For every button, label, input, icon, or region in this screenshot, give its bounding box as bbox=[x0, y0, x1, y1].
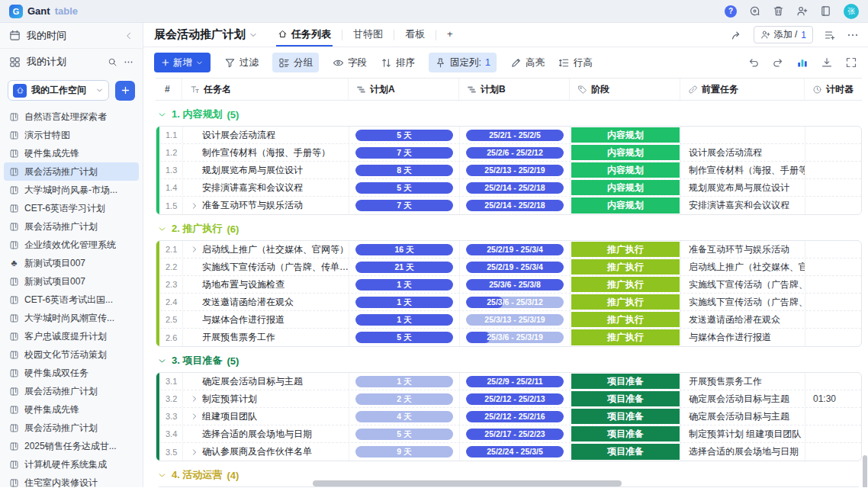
plan-b-cell[interactable]: 25/2/6 - 25/2/12 bbox=[459, 144, 570, 161]
plan-a-bar[interactable]: 5 天 bbox=[355, 182, 453, 194]
group-header[interactable]: 1. 内容规划 (5) bbox=[157, 108, 862, 121]
stage-cell[interactable]: 项目准备 bbox=[570, 373, 680, 390]
predecessor-cell[interactable]: 安排演讲嘉宾和会议议程 bbox=[680, 197, 805, 214]
timer-cell[interactable] bbox=[805, 258, 861, 275]
predecessor-cell[interactable]: 发送邀请函给潜在观众 bbox=[680, 311, 805, 328]
stage-cell[interactable]: 推广执行 bbox=[570, 241, 680, 258]
sidebar-project-item[interactable]: 企业绩效优化管理系统 bbox=[4, 236, 139, 254]
plan-a-cell[interactable]: 1 天 bbox=[349, 294, 459, 310]
stage-badge[interactable]: 推广执行 bbox=[571, 312, 680, 327]
tab-gantt[interactable]: 甘特图 bbox=[352, 23, 384, 47]
sidebar-my-plan[interactable]: 我的计划 bbox=[0, 49, 143, 75]
table-row[interactable]: 1.1 设计展会活动流程 5 天 25/2/1 - 25/2/5 内容规划 bbox=[156, 127, 861, 144]
plan-a-bar[interactable]: 5 天 bbox=[355, 429, 453, 440]
sidebar-project-item[interactable]: 展会活动推广计划 bbox=[4, 382, 139, 400]
add-view-button[interactable]: + bbox=[445, 23, 455, 47]
plan-b-bar[interactable]: 25/2/6 - 25/2/12 bbox=[466, 147, 564, 159]
plan-b-cell[interactable]: 25/2/14 - 25/2/18 bbox=[459, 179, 570, 196]
stage-badge[interactable]: 推广执行 bbox=[571, 329, 680, 345]
stage-badge[interactable]: 项目准备 bbox=[571, 374, 680, 389]
stage-cell[interactable]: 项目准备 bbox=[570, 443, 680, 461]
avatar[interactable]: 张 bbox=[844, 4, 859, 19]
expand-icon[interactable] bbox=[191, 448, 198, 456]
table-row[interactable]: 2.3 场地布置与设施检查 1 天 25/3/6 - 25/3/8 推广执行 实… bbox=[156, 276, 861, 294]
group-header[interactable]: 2. 推广执行 (6) bbox=[157, 222, 862, 236]
task-name-cell[interactable]: 规划展览布局与展位设计 bbox=[182, 162, 349, 178]
plan-a-bar[interactable]: 5 天 bbox=[355, 332, 453, 343]
plan-a-bar[interactable]: 2 天 bbox=[355, 393, 453, 405]
stage-badge[interactable]: 内容规划 bbox=[571, 197, 680, 214]
table-row[interactable]: 3.3 组建项目团队 4 天 25/2/12 - 25/2/16 项目准备 确定… bbox=[156, 408, 861, 425]
plan-a-cell[interactable]: 16 天 bbox=[349, 241, 459, 258]
row-height-button[interactable]: 行高 bbox=[558, 56, 593, 69]
timer-cell[interactable] bbox=[805, 311, 861, 328]
plan-a-bar[interactable]: 8 天 bbox=[355, 165, 453, 176]
stage-badge[interactable]: 推广执行 bbox=[571, 294, 680, 310]
plan-a-cell[interactable]: 1 天 bbox=[349, 276, 459, 293]
collapse-group-icon[interactable] bbox=[157, 470, 167, 480]
stage-cell[interactable]: 内容规划 bbox=[570, 179, 680, 196]
plan-b-bar[interactable]: 25/2/14 - 25/2/18 bbox=[466, 200, 564, 211]
table-row[interactable]: 2.2 实施线下宣传活动（广告牌、传单等） 21 天 25/2/19 - 25/… bbox=[156, 258, 861, 276]
task-name-cell[interactable]: 选择合适的展会场地与日期 bbox=[182, 425, 349, 442]
stage-badge[interactable]: 内容规划 bbox=[571, 127, 680, 143]
predecessor-cell[interactable]: 实施线下宣传活动（广告牌、传单等） bbox=[680, 294, 805, 310]
highlight-button[interactable]: 高亮 bbox=[510, 56, 545, 69]
new-task-button[interactable]: 新增 bbox=[154, 53, 211, 72]
download-icon[interactable] bbox=[821, 56, 833, 69]
sidebar-project-item[interactable]: CET-6英语考试出国... bbox=[4, 291, 139, 309]
sidebar-my-time[interactable]: 我的时间 bbox=[0, 23, 143, 49]
sidebar-project-item[interactable]: 硬件集成双任务 bbox=[4, 364, 139, 382]
plan-b-bar[interactable]: 25/2/14 - 25/2/18 bbox=[466, 182, 564, 194]
table-row[interactable]: 2.1 启动线上推广（社交媒体、官网等） 16 天 25/2/19 - 25/3… bbox=[156, 241, 861, 258]
timer-cell[interactable] bbox=[805, 329, 861, 346]
timer-cell[interactable] bbox=[805, 294, 861, 310]
stage-badge[interactable]: 推广执行 bbox=[571, 242, 680, 257]
share-icon[interactable] bbox=[731, 29, 743, 41]
page-title[interactable]: 展会活动推广计划 bbox=[154, 27, 258, 42]
plan-a-bar[interactable]: 16 天 bbox=[355, 244, 453, 255]
table-row[interactable]: 3.5 确认参展商及合作伙伴名单 9 天 25/2/24 - 25/3/5 项目… bbox=[156, 443, 861, 461]
timer-cell[interactable]: 01:30 bbox=[805, 390, 861, 407]
column-header[interactable]: 计时器 bbox=[804, 79, 862, 100]
group-header[interactable]: 3. 项目准备 (5) bbox=[157, 354, 862, 368]
task-name-cell[interactable]: 实施线下宣传活动（广告牌、传单等） bbox=[182, 258, 349, 275]
plan-b-bar[interactable]: 25/2/12 - 25/2/13 bbox=[466, 393, 564, 405]
plan-a-bar[interactable]: 1 天 bbox=[355, 279, 453, 291]
stage-cell[interactable]: 推广执行 bbox=[570, 329, 680, 346]
plan-a-bar[interactable]: 21 天 bbox=[355, 262, 453, 273]
sidebar-project-item[interactable]: 校园文化节活动策划 bbox=[4, 345, 139, 364]
column-header[interactable]: 任务名 bbox=[182, 79, 348, 100]
plan-a-bar[interactable]: 9 天 bbox=[355, 446, 453, 458]
workspace-selector[interactable]: 我的工作空间 bbox=[8, 80, 109, 101]
table-row[interactable]: 1.2 制作宣传材料（海报、手册等） 7 天 25/2/6 - 25/2/12 … bbox=[156, 144, 861, 162]
invite-user-icon[interactable] bbox=[796, 5, 808, 17]
more-icon[interactable] bbox=[124, 57, 133, 67]
task-name-cell[interactable]: 开展预售票务工作 bbox=[182, 329, 349, 346]
sidebar-project-item[interactable]: CET-6英语学习计划 bbox=[4, 199, 139, 217]
column-header[interactable]: 前置任务 bbox=[680, 79, 804, 100]
sidebar-project-item[interactable]: 大学城时尚风潮宣传... bbox=[4, 309, 139, 327]
vertical-scrollbar[interactable] bbox=[863, 455, 867, 487]
tab-kanban[interactable]: 看板 bbox=[403, 23, 426, 47]
task-name-cell[interactable]: 设计展会活动流程 bbox=[182, 127, 349, 143]
plan-b-cell[interactable]: 25/2/19 - 25/3/4 bbox=[459, 241, 570, 258]
expand-icon[interactable] bbox=[191, 202, 198, 210]
timer-cell[interactable] bbox=[805, 443, 861, 461]
plan-b-cell[interactable]: 25/2/12 - 25/2/16 bbox=[459, 408, 570, 425]
plan-a-cell[interactable]: 5 天 bbox=[349, 425, 459, 442]
task-name-cell[interactable]: 制作宣传材料（海报、手册等） bbox=[182, 144, 349, 161]
plan-a-bar[interactable]: 1 天 bbox=[355, 297, 453, 308]
stage-badge[interactable]: 内容规划 bbox=[571, 162, 680, 178]
task-name-cell[interactable]: 场地布置与设施检查 bbox=[182, 276, 349, 293]
plan-a-cell[interactable]: 7 天 bbox=[349, 197, 459, 214]
stage-badge[interactable]: 项目准备 bbox=[571, 444, 680, 460]
task-name-cell[interactable]: 确定展会活动目标与主题 bbox=[182, 373, 349, 390]
plan-a-cell[interactable]: 9 天 bbox=[349, 443, 459, 461]
stage-cell[interactable]: 内容规划 bbox=[570, 127, 680, 143]
plan-b-cell[interactable]: 25/2/19 - 25/3/4 bbox=[459, 258, 570, 275]
plan-a-cell[interactable]: 5 天 bbox=[349, 127, 459, 143]
predecessor-cell[interactable]: 设计展会活动流程 bbox=[680, 144, 805, 161]
task-name-cell[interactable]: 安排演讲嘉宾和会议议程 bbox=[182, 179, 349, 196]
expand-icon[interactable] bbox=[191, 413, 198, 420]
